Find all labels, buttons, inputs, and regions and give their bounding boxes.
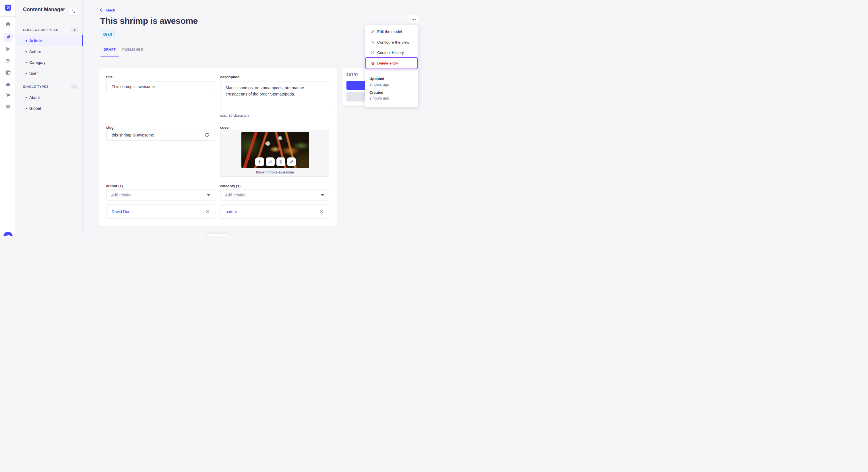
category-relation-name: nature xyxy=(226,209,237,214)
sidebar-item-label: Category xyxy=(29,60,45,65)
sidebar-item-author[interactable]: Author xyxy=(16,46,83,57)
sidebar-item-label: Author xyxy=(29,49,41,54)
history-icon xyxy=(371,50,375,55)
remove-author-button[interactable] xyxy=(205,209,210,214)
delete-media-button[interactable] xyxy=(276,158,285,166)
sidebar-item-category[interactable]: Category xyxy=(16,57,83,68)
arrow-left-icon xyxy=(99,8,104,12)
author-relation-name: David Doe xyxy=(112,209,130,214)
pencil-icon xyxy=(289,160,293,164)
link-icon xyxy=(268,160,272,164)
entry-panel-title: ENTRY xyxy=(346,73,359,76)
section-single-types: SINGLE TYPES xyxy=(23,85,49,88)
edit-form-card: title description Mantis shrimps, or sto… xyxy=(99,68,337,227)
tab-published[interactable]: PUBLISHED xyxy=(119,44,147,55)
sidebar-item-article[interactable]: Article xyxy=(16,35,83,46)
title-field-input[interactable] xyxy=(106,81,215,92)
active-tab-underline xyxy=(100,56,119,57)
floating-widget-pill[interactable] xyxy=(206,234,229,236)
sidebar-title: Content Manager xyxy=(23,7,65,12)
cover-media-box: this-shrimp-is-awesome xyxy=(220,130,329,177)
description-hint: max. 80 characters xyxy=(220,113,249,117)
strapi-logo[interactable] xyxy=(5,5,11,11)
strapi-logo-glyph xyxy=(5,5,11,11)
gear-icon[interactable] xyxy=(3,102,12,111)
category-relation-select[interactable]: Add relation xyxy=(220,190,329,200)
bullet-icon xyxy=(26,97,27,98)
regenerate-icon xyxy=(204,132,210,138)
menu-item-delete-entry[interactable]: Delete entry xyxy=(365,58,418,69)
description-field-label: description xyxy=(220,75,239,79)
close-icon xyxy=(206,210,209,213)
search-button[interactable] xyxy=(69,7,78,16)
remove-category-button[interactable] xyxy=(319,209,324,214)
copy-link-button[interactable] xyxy=(266,158,275,166)
entry-options-menu: Edit the model Configure the view Conten… xyxy=(365,25,418,107)
sidebar-item-global[interactable]: Global xyxy=(16,103,83,114)
category-field-label: category (1) xyxy=(220,184,241,188)
trash-icon xyxy=(371,61,375,65)
cloud-icon[interactable] xyxy=(3,80,12,89)
bullet-icon xyxy=(26,62,27,63)
plus-icon xyxy=(257,160,262,164)
cover-action-bar xyxy=(255,158,296,166)
menu-item-content-history[interactable]: Content History xyxy=(365,47,418,58)
add-media-button[interactable] xyxy=(255,158,264,166)
back-label: Back xyxy=(106,8,115,12)
regenerate-slug-button[interactable] xyxy=(204,132,210,138)
author-field-label: author (1) xyxy=(106,184,123,188)
ellipsis-icon xyxy=(412,19,412,20)
pencil-icon xyxy=(371,30,375,34)
sidebar-item-user[interactable]: User xyxy=(16,68,83,79)
back-button[interactable]: Back xyxy=(99,7,115,12)
configure-icon xyxy=(371,40,375,44)
sidebar-item-label: Article xyxy=(29,38,42,43)
cover-caption: this-shrimp-is-awesome xyxy=(220,170,330,174)
more-options-button[interactable] xyxy=(409,14,418,24)
user-avatar[interactable]: KD xyxy=(3,232,12,236)
sidebar-item-label: About xyxy=(29,95,40,100)
description-field-textarea[interactable]: Mantis shrimps, or stomatopods, are mari… xyxy=(220,81,329,111)
trash-icon xyxy=(279,160,283,164)
menu-item-label: Edit the model xyxy=(377,30,402,34)
icon-rail: KD xyxy=(0,0,16,236)
created-label: Created xyxy=(369,90,383,95)
menu-item-edit-model[interactable]: Edit the model xyxy=(365,26,418,37)
edit-media-button[interactable] xyxy=(287,158,296,166)
sidebar-item-about[interactable]: About xyxy=(16,92,83,103)
bullet-icon xyxy=(26,73,27,74)
author-relation-item[interactable]: David Doe xyxy=(106,204,215,218)
author-select-placeholder: Add relation xyxy=(111,193,133,197)
home-icon[interactable] xyxy=(3,20,12,29)
slug-field-input[interactable] xyxy=(106,130,215,140)
updated-value: 2 hours ago xyxy=(369,82,389,87)
feather-icon[interactable] xyxy=(3,33,12,42)
category-relation-item[interactable]: nature xyxy=(220,204,329,218)
section-collection-types: COLLECTION TYPES xyxy=(23,28,58,32)
menu-item-configure-view[interactable]: Configure the view xyxy=(365,37,418,47)
send-icon[interactable] xyxy=(3,44,12,54)
bullet-icon xyxy=(26,40,27,42)
menu-item-label: Delete entry xyxy=(377,61,398,65)
close-icon xyxy=(319,210,323,213)
menu-item-label: Configure the view xyxy=(377,40,409,44)
category-select-placeholder: Add relation xyxy=(225,193,247,197)
updated-label: Updated xyxy=(369,76,384,81)
created-value: 2 hours ago xyxy=(369,96,389,100)
slug-field-label: slug xyxy=(106,126,114,130)
sidebar-item-label: Global xyxy=(29,106,41,111)
bullet-icon xyxy=(26,108,27,109)
page-title: This shrimp is awesome xyxy=(100,16,198,26)
collection-types-count-badge: 4 xyxy=(71,28,78,32)
status-badge: Draft xyxy=(101,30,115,38)
content-manager-sidebar: Content Manager COLLECTION TYPES 4 Artic… xyxy=(16,0,83,236)
author-relation-select[interactable]: Add relation xyxy=(106,190,215,200)
cart-icon[interactable] xyxy=(3,91,12,100)
menu-divider xyxy=(365,70,418,71)
media-icon[interactable] xyxy=(3,56,12,65)
sidebar-divider xyxy=(23,21,30,21)
title-field-label: title xyxy=(106,75,113,79)
layout-icon[interactable] xyxy=(3,68,12,77)
single-types-count-badge: 2 xyxy=(71,84,78,89)
tab-draft[interactable]: DRAFT xyxy=(100,44,119,55)
